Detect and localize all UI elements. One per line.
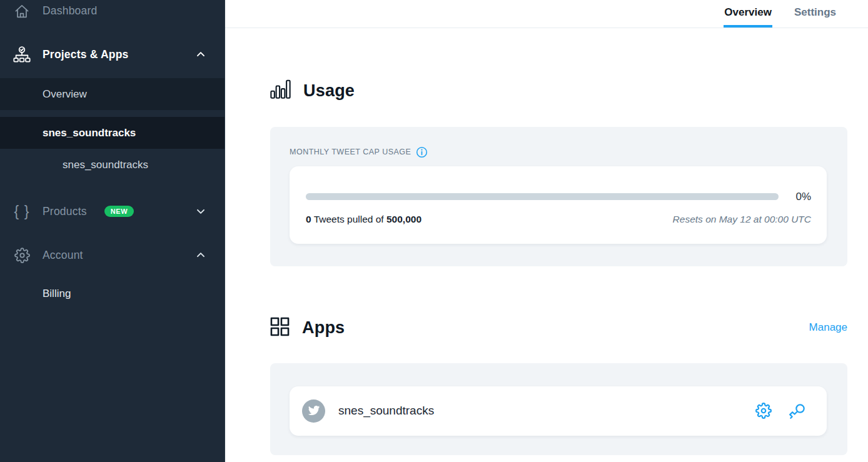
app-avatar: [302, 399, 325, 423]
org-chart-icon: [12, 46, 32, 63]
reset-note: Resets on May 12 at 00:00 UTC: [673, 214, 811, 225]
braces-icon: { }: [12, 203, 32, 220]
tab-settings[interactable]: Settings: [794, 0, 837, 28]
chevron-up-icon: [194, 249, 207, 261]
app-row[interactable]: snes_soundtracks: [290, 386, 827, 436]
info-icon[interactable]: [416, 146, 428, 158]
sidebar-item-label: snes_soundtracks: [63, 159, 148, 171]
monthly-tweet-cap-label: MONTHLY TWEET CAP USAGE: [290, 148, 411, 156]
grid-icon: [270, 317, 290, 339]
app-settings-gear-icon[interactable]: [755, 403, 772, 419]
sidebar-item-dashboard[interactable]: Dashboard: [0, 0, 225, 25]
bar-chart-icon: [270, 79, 291, 102]
tweets-pulled-text: 0 Tweets pulled of 500,000: [306, 214, 421, 225]
apps-title: Apps: [302, 318, 345, 338]
sidebar-item-label: Dashboard: [43, 4, 97, 18]
usage-progress-card: 0% 0 Tweets pulled of 500,000 Resets on …: [290, 166, 827, 244]
sidebar-item-products[interactable]: { } Products NEW: [0, 195, 225, 228]
monthly-tweet-cap-card: MONTHLY TWEET CAP USAGE 0%: [270, 127, 847, 266]
tweet-cap-progress-bar: [306, 193, 779, 200]
sidebar-item-account[interactable]: Account: [0, 239, 225, 271]
sidebar-item-overview[interactable]: Overview: [0, 78, 225, 110]
content-area: Usage MONTHLY TWEET CAP USAGE: [225, 28, 868, 455]
chevron-down-icon: [194, 205, 207, 218]
sidebar-item-label: Billing: [43, 288, 71, 300]
home-icon: [12, 3, 32, 19]
sidebar: Dashboard Projects & Apps Overview snes_…: [0, 0, 225, 462]
gear-icon: [12, 248, 32, 263]
app-name: snes_soundtracks: [338, 404, 434, 418]
apps-card: snes_soundtracks: [270, 363, 847, 455]
manage-link[interactable]: Manage: [809, 321, 847, 334]
sidebar-item-projects-apps[interactable]: Projects & Apps: [0, 39, 225, 70]
sidebar-item-label: Projects & Apps: [43, 48, 129, 61]
chevron-up-icon: [194, 48, 207, 61]
sidebar-item-label: snes_soundtracks: [43, 127, 136, 139]
sidebar-item-project-snes-soundtracks[interactable]: snes_soundtracks: [0, 117, 225, 149]
app-key-icon[interactable]: [789, 403, 805, 419]
sidebar-item-label: Account: [43, 249, 83, 262]
main-content: Overview Settings Usage MONTHLY TWEET CA…: [225, 0, 868, 462]
new-badge: NEW: [104, 206, 134, 217]
sidebar-item-label: Products: [43, 205, 87, 218]
twitter-icon: [308, 404, 320, 417]
tab-overview[interactable]: Overview: [724, 0, 772, 28]
usage-title: Usage: [303, 81, 355, 101]
tweet-cap-percent: 0%: [795, 191, 811, 203]
sidebar-item-billing[interactable]: Billing: [0, 278, 225, 310]
sidebar-item-app-snes-soundtracks[interactable]: snes_soundtracks: [0, 149, 225, 181]
apps-section-heading: Apps Manage: [270, 317, 847, 339]
usage-section-heading: Usage: [270, 79, 847, 102]
topbar: Overview Settings: [225, 0, 868, 28]
sidebar-item-label: Overview: [43, 88, 87, 101]
